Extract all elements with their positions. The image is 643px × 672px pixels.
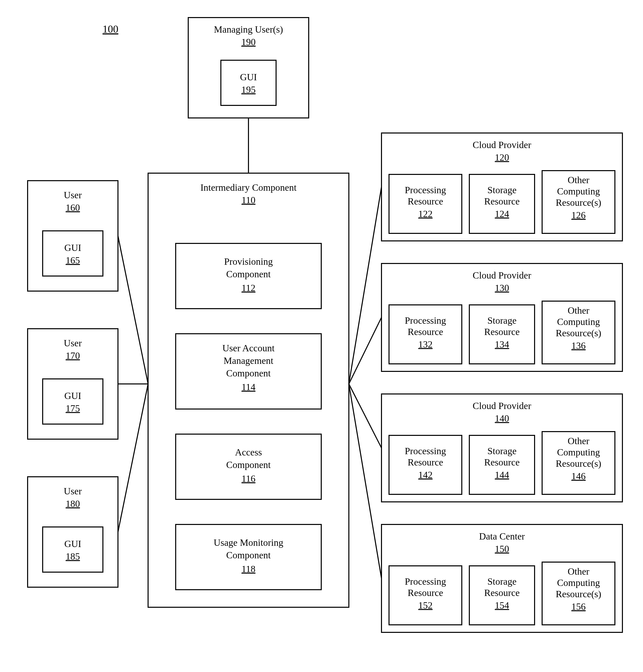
provider-0-stor-l2: Resource — [484, 196, 520, 207]
provider-0-proc-l1: Processing — [405, 185, 446, 195]
provider-2-proc-num: 142 — [418, 469, 433, 480]
provider-2-num: 140 — [495, 413, 509, 424]
managing-users-block: Managing User(s) 190 GUI 195 — [188, 17, 309, 118]
provider-2-other-l2: Computing — [557, 447, 600, 457]
provider-3-other-l2: Computing — [557, 577, 600, 588]
user-acct-l3: Component — [226, 368, 271, 378]
provider-3-other-l3: Resource(s) — [556, 589, 601, 599]
provider-2-proc-l2: Resource — [408, 457, 443, 467]
provider-3-stor-l2: Resource — [484, 587, 520, 598]
provider-block-1: Cloud Provider 130 Processing Resource 1… — [381, 264, 622, 371]
provider-1-stor-l2: Resource — [484, 327, 520, 337]
user-0-gui-label: GUI — [64, 242, 81, 253]
svg-rect-10 — [43, 379, 103, 424]
provider-0-label: Cloud Provider — [473, 139, 531, 150]
provider-2-other-l3: Resource(s) — [556, 458, 601, 469]
managing-users-gui-label: GUI — [240, 72, 257, 82]
provider-0-num: 120 — [495, 152, 509, 163]
user-1-gui-label: GUI — [64, 390, 81, 401]
provider-0-other-l2: Computing — [557, 186, 600, 196]
user-acct-l2: Management — [223, 355, 274, 366]
svg-rect-8 — [43, 231, 103, 276]
usage-l2: Component — [226, 550, 271, 560]
managing-users-label: Managing User(s) — [214, 24, 283, 35]
provider-1-num: 130 — [495, 283, 509, 293]
provisioning-num: 112 — [241, 283, 255, 293]
provider-1-proc-l1: Processing — [405, 315, 446, 326]
user-0-num: 160 — [66, 202, 80, 213]
user-block-1: User 170 GUI 175 — [28, 329, 118, 439]
provider-3-num: 150 — [495, 543, 509, 554]
provider-0-proc-l2: Resource — [408, 196, 443, 207]
managing-users-num: 190 — [241, 37, 256, 47]
provider-3-other-l1: Other — [568, 566, 590, 577]
figure-number: 100 — [102, 23, 119, 35]
provider-1-other-l2: Computing — [557, 316, 600, 327]
user-acct-l1: User Account — [222, 343, 275, 353]
svg-rect-12 — [43, 527, 103, 572]
connector-intermediary-provider0 — [349, 187, 381, 384]
intermediary-label: Intermediary Component — [200, 182, 297, 193]
user-acct-num: 114 — [241, 382, 255, 392]
provider-3-other-num: 156 — [571, 601, 586, 612]
provisioning-l2: Component — [226, 269, 271, 279]
connector-intermediary-provider3 — [349, 384, 381, 578]
diagram-canvas: 100 Managing User(s) 190 GUI 195 Interme… — [0, 0, 643, 672]
provider-0-other-l1: Other — [568, 175, 590, 185]
provider-block-0: Cloud Provider 120 Processing Resource 1… — [381, 133, 622, 241]
provider-1-other-l3: Resource(s) — [556, 328, 601, 339]
provider-2-stor-num: 144 — [495, 469, 509, 480]
connector-user0-intermediary — [118, 236, 148, 384]
provider-0-other-num: 126 — [571, 210, 586, 220]
user-0-gui-num: 165 — [66, 255, 80, 266]
user-1-num: 170 — [66, 350, 80, 361]
provider-block-2: Cloud Provider 140 Processing Resource 1… — [381, 394, 622, 502]
connector-intermediary-provider1 — [349, 317, 381, 384]
provider-2-stor-l1: Storage — [487, 445, 517, 456]
provider-2-other-l1: Other — [568, 436, 590, 446]
provider-2-label: Cloud Provider — [473, 401, 531, 411]
provider-1-stor-num: 134 — [495, 339, 509, 350]
access-num: 116 — [241, 473, 255, 484]
provider-3-proc-l2: Resource — [408, 587, 443, 598]
user-1-label: User — [64, 338, 82, 348]
provider-0-stor-l1: Storage — [487, 185, 517, 195]
provider-0-proc-num: 122 — [418, 209, 433, 219]
provider-block-3: Data Center 150 Processing Resource 152 … — [381, 524, 622, 632]
managing-users-gui-num: 195 — [241, 84, 256, 95]
provider-2-other-num: 146 — [571, 471, 586, 481]
provider-1-stor-l1: Storage — [487, 315, 517, 326]
provider-1-other-num: 136 — [571, 340, 586, 351]
svg-rect-1 — [221, 60, 276, 106]
usage-l1: Usage Monitoring — [214, 537, 283, 548]
provider-3-label: Data Center — [479, 531, 525, 541]
user-1-gui-num: 175 — [66, 403, 80, 414]
provider-1-proc-num: 132 — [418, 339, 433, 350]
user-0-label: User — [64, 190, 82, 200]
provider-3-proc-num: 152 — [418, 600, 433, 611]
provider-0-stor-num: 124 — [495, 209, 509, 219]
provider-3-stor-l1: Storage — [487, 576, 517, 587]
access-l1: Access — [235, 447, 262, 457]
user-block-0: User 160 GUI 165 — [28, 181, 118, 291]
intermediary-block: Intermediary Component 110 Provisioning … — [148, 173, 349, 607]
user-2-num: 180 — [66, 498, 80, 509]
provider-2-stor-l2: Resource — [484, 457, 520, 467]
access-l2: Component — [226, 460, 271, 470]
intermediary-num: 110 — [241, 195, 255, 205]
user-2-label: User — [64, 486, 82, 496]
user-2-gui-label: GUI — [64, 538, 81, 549]
provider-1-other-l1: Other — [568, 305, 590, 316]
user-2-gui-num: 185 — [66, 551, 80, 562]
provider-3-proc-l1: Processing — [405, 576, 446, 587]
provisioning-l1: Provisioning — [224, 256, 273, 267]
provider-0-other-l3: Resource(s) — [556, 197, 601, 208]
usage-num: 118 — [241, 564, 255, 574]
provider-3-stor-num: 154 — [495, 600, 509, 611]
connector-user2-intermediary — [118, 384, 148, 532]
user-block-2: User 180 GUI 185 — [28, 477, 118, 587]
provider-2-proc-l1: Processing — [405, 445, 446, 456]
provider-1-proc-l2: Resource — [408, 327, 443, 337]
provider-1-label: Cloud Provider — [473, 270, 531, 281]
